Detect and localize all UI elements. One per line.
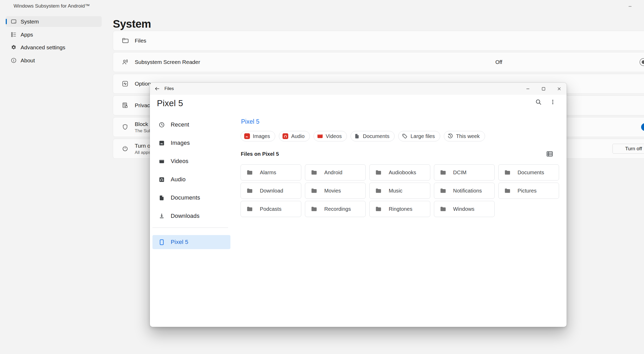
sidebar-item-advanced-settings[interactable]: Advanced settings [6, 42, 102, 53]
settings-row-title: Subsystem Screen Reader [135, 59, 200, 65]
chip-label: Large files [410, 133, 435, 139]
folder-name: Alarms [260, 170, 276, 176]
sidebar-item-label: Advanced settings [21, 44, 65, 51]
folder-card-download[interactable]: Download [241, 183, 301, 199]
audio-icon [158, 176, 165, 183]
back-arrow-icon [154, 86, 160, 92]
chip-label: Images [253, 133, 270, 139]
folder-card-recordings[interactable]: Recordings [305, 201, 366, 217]
diagnostics-icon [121, 80, 129, 87]
chip-images[interactable]: Images [241, 131, 275, 141]
wsa-maximize-button[interactable] [638, 0, 644, 13]
folder-card-windows[interactable]: Windows [434, 201, 495, 217]
toggle-state-label: Off [495, 59, 502, 65]
gear-icon [10, 44, 17, 51]
block-toggle[interactable] [641, 123, 644, 131]
back-button[interactable] [152, 83, 162, 94]
folder-icon [375, 206, 382, 212]
folder-icon [246, 206, 253, 212]
chip-audio[interactable]: Audio [279, 131, 310, 141]
nav-item-documents[interactable]: Documents [152, 191, 230, 205]
sidebar-item-system[interactable]: System [6, 16, 102, 27]
selection-accent-bar [6, 19, 7, 24]
folder-card-podcasts[interactable]: Podcasts [241, 201, 301, 217]
nav-item-pixel-5[interactable]: Pixel 5 [152, 235, 230, 249]
nav-item-label: Documents [171, 194, 200, 201]
folder-icon [439, 206, 446, 212]
turn-off-button[interactable]: Turn off [612, 144, 644, 154]
folder-card-ringtones[interactable]: Ringtones [369, 201, 430, 217]
chip-label: Documents [363, 133, 389, 139]
folder-icon [439, 187, 446, 194]
apps-icon [10, 31, 17, 38]
chip-label: Videos [326, 133, 342, 139]
nav-item-recent[interactable]: Recent [152, 118, 230, 132]
more-options-button[interactable] [547, 96, 559, 108]
folder-card-alarms[interactable]: Alarms [241, 164, 301, 181]
chip-large-files[interactable]: Large files [398, 131, 440, 141]
nav-item-audio[interactable]: Audio [152, 172, 230, 187]
folder-name: Documents [518, 170, 544, 176]
minimize-icon [628, 5, 632, 8]
folder-card-music[interactable]: Music [369, 183, 430, 199]
files-window-title: Files [164, 86, 174, 91]
folder-icon [246, 187, 253, 194]
folder-card-notifications[interactable]: Notifications [434, 183, 495, 199]
folder-name: Download [260, 188, 283, 194]
chip-documents[interactable]: Documents [351, 131, 395, 141]
sidebar-item-label: About [21, 57, 35, 64]
filter-chips: Images Audio Videos Documents [241, 131, 485, 141]
info-icon [10, 57, 17, 64]
settings-row-files[interactable]: Files [113, 31, 644, 51]
folder-card-audiobooks[interactable]: Audiobooks [369, 164, 430, 181]
list-view-icon [546, 150, 554, 158]
wsa-minimize-button[interactable] [622, 0, 637, 13]
folder-icon [504, 169, 511, 176]
sidebar-item-label: System [21, 19, 39, 25]
screen-reader-toggle[interactable] [640, 58, 644, 66]
folder-icon [121, 37, 129, 44]
nav-item-downloads[interactable]: Downloads [152, 209, 230, 223]
nav-item-label: Pixel 5 [171, 239, 188, 245]
folder-icon [375, 169, 382, 176]
chip-videos[interactable]: Videos [314, 131, 347, 141]
folder-name: Windows [453, 206, 475, 212]
settings-row-title: Files [135, 38, 146, 44]
chip-label: This week [456, 133, 480, 139]
sidebar-item-apps[interactable]: Apps [6, 29, 102, 40]
kebab-menu-icon [550, 99, 556, 105]
chip-this-week[interactable]: This week [444, 131, 485, 141]
toggle-knob [642, 60, 644, 64]
nav-item-images[interactable]: Images [152, 136, 230, 150]
nav-item-label: Images [171, 140, 190, 146]
screen-reader-icon [121, 58, 129, 66]
folder-name: Android [324, 170, 342, 176]
document-chip-icon [354, 133, 360, 139]
audio-chip-icon [283, 133, 288, 139]
folder-name: Notifications [453, 188, 482, 194]
files-minimize-button[interactable] [520, 83, 535, 95]
folder-card-dcim[interactable]: DCIM [434, 164, 495, 181]
search-button[interactable] [533, 96, 544, 108]
list-view-toggle-button[interactable] [544, 148, 555, 159]
wsa-window-title: Windows Subsystem for Android™ [14, 3, 90, 9]
nav-item-videos[interactable]: Videos [152, 154, 230, 168]
download-icon [158, 213, 165, 219]
folder-name: Music [389, 188, 402, 194]
folder-icon [310, 206, 317, 212]
files-maximize-button[interactable] [536, 83, 551, 95]
folder-card-pictures[interactable]: Pictures [498, 183, 559, 199]
settings-row-screen-reader[interactable]: Subsystem Screen Reader Off [113, 52, 644, 72]
power-icon [121, 145, 129, 152]
nav-item-label: Recent [171, 121, 189, 128]
settings-row-title: Turn of [135, 143, 152, 149]
folder-card-movies[interactable]: Movies [305, 183, 366, 199]
folder-card-android[interactable]: Android [305, 164, 366, 181]
files-close-button[interactable] [551, 83, 567, 95]
sidebar-item-about[interactable]: About [6, 55, 102, 66]
video-chip-icon [317, 133, 323, 139]
breadcrumb[interactable]: Pixel 5 [241, 118, 259, 125]
nav-item-label: Audio [171, 176, 186, 183]
folder-icon [310, 169, 317, 176]
folder-card-documents[interactable]: Documents [498, 164, 559, 181]
